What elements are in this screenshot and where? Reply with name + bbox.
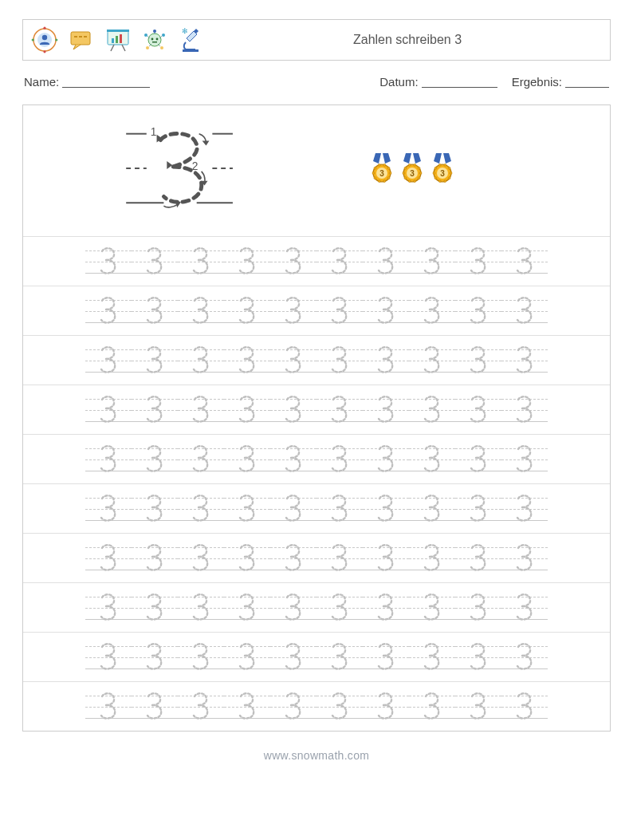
trace-cell[interactable] <box>318 639 361 676</box>
trace-cell[interactable] <box>226 392 269 428</box>
trace-cell[interactable] <box>411 293 454 329</box>
trace-cell[interactable] <box>226 540 269 577</box>
trace-cell[interactable] <box>411 491 454 527</box>
trace-cell[interactable] <box>318 342 361 379</box>
trace-cell[interactable] <box>272 342 315 379</box>
trace-cell[interactable] <box>87 540 130 577</box>
trace-cell[interactable] <box>133 639 176 676</box>
trace-cell[interactable] <box>457 590 500 626</box>
practice-row[interactable] <box>23 236 610 286</box>
trace-cell[interactable] <box>87 293 130 329</box>
trace-cell[interactable] <box>318 688 361 725</box>
trace-cell[interactable] <box>364 491 407 527</box>
practice-row[interactable] <box>23 681 610 731</box>
trace-cell[interactable] <box>272 688 315 725</box>
trace-cell[interactable] <box>503 243 546 280</box>
trace-cell[interactable] <box>457 342 500 379</box>
trace-cell[interactable] <box>133 590 176 626</box>
trace-cell[interactable] <box>411 590 454 626</box>
trace-cell[interactable] <box>87 392 130 428</box>
trace-cell[interactable] <box>226 293 269 329</box>
trace-cell[interactable] <box>364 639 407 676</box>
trace-cell[interactable] <box>179 441 222 478</box>
trace-cell[interactable] <box>364 392 407 428</box>
practice-row[interactable] <box>23 385 610 434</box>
trace-cell[interactable] <box>226 441 269 478</box>
trace-cell[interactable] <box>87 441 130 478</box>
trace-cell[interactable] <box>87 688 130 725</box>
trace-cell[interactable] <box>411 392 454 428</box>
trace-cell[interactable] <box>179 639 222 676</box>
trace-cell[interactable] <box>179 688 222 725</box>
result-blank[interactable] <box>565 76 609 89</box>
practice-row[interactable] <box>23 335 610 385</box>
trace-cell[interactable] <box>457 688 500 725</box>
trace-cell[interactable] <box>411 441 454 478</box>
trace-cell[interactable] <box>133 243 176 280</box>
trace-cell[interactable] <box>503 491 546 527</box>
trace-cell[interactable] <box>133 342 176 379</box>
trace-cell[interactable] <box>272 293 315 329</box>
trace-cell[interactable] <box>503 590 546 626</box>
trace-cell[interactable] <box>133 688 176 725</box>
trace-cell[interactable] <box>364 441 407 478</box>
trace-cell[interactable] <box>457 491 500 527</box>
trace-cell[interactable] <box>318 590 361 626</box>
trace-cell[interactable] <box>179 392 222 428</box>
trace-cell[interactable] <box>364 342 407 379</box>
trace-cell[interactable] <box>318 491 361 527</box>
trace-cell[interactable] <box>457 639 500 676</box>
trace-cell[interactable] <box>318 441 361 478</box>
trace-cell[interactable] <box>411 639 454 676</box>
practice-row[interactable] <box>23 582 610 632</box>
trace-cell[interactable] <box>272 491 315 527</box>
trace-cell[interactable] <box>457 540 500 577</box>
trace-cell[interactable] <box>364 540 407 577</box>
trace-cell[interactable] <box>87 590 130 626</box>
trace-cell[interactable] <box>364 243 407 280</box>
trace-cell[interactable] <box>133 540 176 577</box>
trace-cell[interactable] <box>503 441 546 478</box>
trace-cell[interactable] <box>503 293 546 329</box>
practice-row[interactable] <box>23 434 610 483</box>
trace-cell[interactable] <box>318 293 361 329</box>
trace-cell[interactable] <box>133 392 176 428</box>
trace-cell[interactable] <box>364 590 407 626</box>
trace-cell[interactable] <box>226 590 269 626</box>
trace-cell[interactable] <box>226 243 269 280</box>
trace-cell[interactable] <box>179 342 222 379</box>
trace-cell[interactable] <box>503 540 546 577</box>
trace-cell[interactable] <box>226 639 269 676</box>
trace-cell[interactable] <box>272 243 315 280</box>
trace-cell[interactable] <box>457 243 500 280</box>
trace-cell[interactable] <box>503 392 546 428</box>
practice-row[interactable] <box>23 632 610 681</box>
trace-cell[interactable] <box>318 392 361 428</box>
trace-cell[interactable] <box>179 243 222 280</box>
trace-cell[interactable] <box>318 540 361 577</box>
name-blank[interactable] <box>62 76 150 89</box>
trace-cell[interactable] <box>272 639 315 676</box>
trace-cell[interactable] <box>226 688 269 725</box>
trace-cell[interactable] <box>411 540 454 577</box>
trace-cell[interactable] <box>272 392 315 428</box>
trace-cell[interactable] <box>457 293 500 329</box>
trace-cell[interactable] <box>179 590 222 626</box>
trace-cell[interactable] <box>503 342 546 379</box>
trace-cell[interactable] <box>179 491 222 527</box>
trace-cell[interactable] <box>226 342 269 379</box>
trace-cell[interactable] <box>503 688 546 725</box>
trace-cell[interactable] <box>133 441 176 478</box>
trace-cell[interactable] <box>87 491 130 527</box>
trace-cell[interactable] <box>411 243 454 280</box>
trace-cell[interactable] <box>411 688 454 725</box>
trace-cell[interactable] <box>179 540 222 577</box>
trace-cell[interactable] <box>503 639 546 676</box>
date-blank[interactable] <box>422 76 497 89</box>
trace-cell[interactable] <box>226 491 269 527</box>
trace-cell[interactable] <box>179 293 222 329</box>
trace-cell[interactable] <box>364 293 407 329</box>
trace-cell[interactable] <box>133 491 176 527</box>
practice-row[interactable] <box>23 533 610 582</box>
trace-cell[interactable] <box>133 293 176 329</box>
